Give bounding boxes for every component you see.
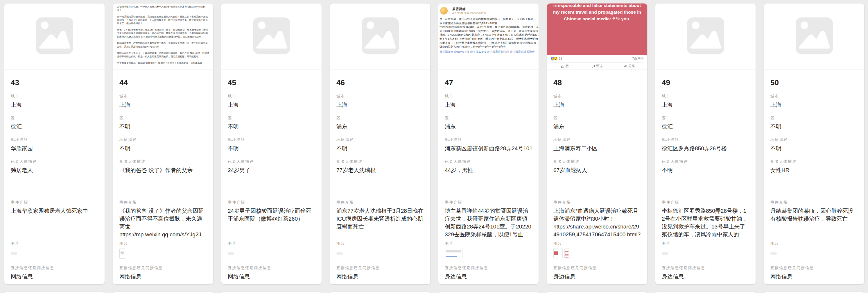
attachment-thumbnail-pill[interactable] bbox=[770, 252, 777, 255]
attachment-thumbnails bbox=[445, 248, 532, 259]
share-icon bbox=[624, 64, 627, 68]
field-label-direct: 直接信息还是间接信息 bbox=[336, 266, 424, 270]
card-body: 50 城市 上海 区 不明 地址描述 不明 死者大体描述 女性HR 事件介绍 丹… bbox=[764, 78, 864, 281]
field-value-address: 不明 bbox=[119, 144, 207, 152]
attachment-thumbnail-fb-lines[interactable] bbox=[564, 248, 569, 258]
card-body: 48 城市 上海 区 浦东 地址描述 上海浦东寿二小区 死者大体描述 67岁血透… bbox=[547, 78, 647, 281]
field-label-event: 事件介绍 bbox=[553, 200, 641, 205]
facebook-post-screenshot: irresponsible and false statements about… bbox=[547, 3, 647, 68]
attachment-thumbnail-fb-red[interactable] bbox=[553, 248, 558, 258]
field-value-district: 浦东 bbox=[553, 123, 641, 130]
record-card[interactable]: 49 城市 上海 区 徐汇 地址描述 徐汇区罗秀路850弄26号楼 死者大体描述… bbox=[655, 3, 755, 284]
field-value-direct: 网络信息 bbox=[336, 273, 424, 281]
field-label-city: 城市 bbox=[11, 94, 98, 98]
field-value-direct: 身边信息 bbox=[553, 273, 641, 281]
field-value-event: 浦东77岁老人沈瑞根于3月28日晚在ICU病房因长期未肾透析造成的心肌衰竭而死亡 bbox=[336, 207, 424, 238]
next-row-card-top bbox=[764, 292, 864, 293]
attachment-thumbnail-fb-thin[interactable] bbox=[560, 248, 563, 258]
attachment-thumbnail-doc[interactable] bbox=[119, 248, 125, 259]
card-body: 45 城市 上海 区 不明 地址描述 不明 死者大体描述 24岁男子 事件介绍 … bbox=[221, 78, 321, 281]
card-cover bbox=[221, 3, 321, 69]
field-label-deceased: 死者大体描述 bbox=[336, 159, 424, 164]
field-value-address: 不明 bbox=[336, 144, 424, 152]
attachment-thumbnails bbox=[11, 248, 98, 259]
attachment-thumbnail-pill[interactable] bbox=[11, 252, 17, 255]
record-card[interactable]: 45 城市 上海 区 不明 地址描述 不明 死者大体描述 24岁男子 事件介绍 … bbox=[221, 3, 321, 284]
field-value-direct: 身边信息 bbox=[662, 273, 749, 281]
record-card[interactable]: 46 城市 上海 区 浦东 地址描述 不明 死者大体描述 77岁老人沈瑞根 事件… bbox=[330, 3, 430, 284]
field-label-deceased: 死者大体描述 bbox=[445, 159, 532, 164]
field-value-direct: 网络信息 bbox=[228, 273, 315, 281]
attachment-thumbnails bbox=[553, 248, 641, 259]
field-label-event: 事件介绍 bbox=[445, 200, 532, 205]
record-card[interactable]: 人都没有这样的机会。一个病人需要几十个人的同时帮助和关怀才有可能获得一丝的机会！… bbox=[113, 3, 213, 284]
field-value-city: 上海 bbox=[770, 101, 858, 109]
record-card[interactable]: irresponsible and false statements about… bbox=[547, 3, 647, 284]
field-label-city: 城市 bbox=[228, 94, 315, 98]
field-value-city: 上海 bbox=[553, 101, 641, 109]
record-card[interactable]: 是一名志愿者，昨日我投入路浦西核酸检测的队伍，但是累了一天后晚上接到 我哥家住浦… bbox=[438, 3, 538, 284]
record-number: 47 bbox=[445, 78, 532, 87]
next-row-card-top bbox=[221, 292, 321, 293]
field-value-district: 浦东 bbox=[336, 123, 424, 130]
thumbs-up-icon bbox=[561, 64, 564, 68]
facebook-reaction-row: 👍 😲 19 7条评论 bbox=[547, 55, 647, 62]
field-label-deceased: 死者大体描述 bbox=[553, 159, 641, 164]
field-value-deceased: 《我的爸爸 没了》作者的父亲 bbox=[119, 166, 207, 193]
field-label-city: 城市 bbox=[336, 94, 424, 98]
field-label-address: 地址描述 bbox=[553, 138, 641, 142]
field-label-district: 区 bbox=[228, 116, 315, 120]
field-label-direct: 直接信息还是间接信息 bbox=[11, 266, 98, 270]
weibo-avatar bbox=[440, 7, 448, 14]
comment-button: 评论 bbox=[581, 64, 613, 68]
field-label-direct: 直接信息还是间接信息 bbox=[553, 266, 641, 270]
field-value-direct: 网络信息 bbox=[11, 273, 98, 281]
field-label-address: 地址描述 bbox=[336, 138, 424, 142]
attachment-thumbnail-pill[interactable] bbox=[336, 252, 343, 255]
attachment-thumbnail-pill[interactable] bbox=[228, 252, 234, 255]
field-label-district: 区 bbox=[11, 116, 98, 120]
weibo-mentions: @上海发布 @News上海 @上海12345 @上海市市民信箱 @上海市志愿者协… bbox=[439, 50, 538, 54]
record-card[interactable]: 43 城市 上海 区 徐汇 地址描述 华欣家园 死者大体描述 独居老人 事件介绍… bbox=[4, 3, 104, 284]
field-label-city: 城市 bbox=[662, 94, 749, 98]
weibo-post-text: 是一名志愿者，昨日我投入路浦西核酸检测的队伍，但是累了一天后晚上接到 我哥家住浦… bbox=[439, 17, 538, 49]
field-label-direct: 直接信息还是间接信息 bbox=[228, 266, 315, 270]
attachment-thumbnail-pill[interactable] bbox=[662, 252, 668, 255]
field-value-event: 博主茶香禅静44岁的堂哥因延误治疗去世：我哥哥家住浦东新区唐镇创新西路28弄24… bbox=[445, 207, 532, 238]
weibo-header: 茶香禅静 4-2 02:31 来自 iPhone客户端 bbox=[452, 7, 537, 15]
field-value-deceased: 67岁血透病人 bbox=[553, 166, 641, 193]
field-value-direct: 网络信息 bbox=[770, 273, 858, 281]
field-label-event: 事件介绍 bbox=[336, 200, 424, 205]
card-cover bbox=[764, 3, 864, 69]
field-value-address: 不明 bbox=[228, 144, 315, 152]
field-value-city: 上海 bbox=[11, 101, 98, 109]
attachment-thumbnails bbox=[228, 248, 315, 259]
attachment-thumbnail-shot[interactable] bbox=[445, 249, 462, 258]
field-label-district: 区 bbox=[553, 116, 641, 120]
field-value-deceased: 77岁老人沈瑞根 bbox=[336, 166, 424, 193]
card-body: 46 城市 上海 区 浦东 地址描述 不明 死者大体描述 77岁老人沈瑞根 事件… bbox=[330, 78, 430, 281]
field-label-event: 事件介绍 bbox=[228, 200, 315, 205]
next-row-card-top bbox=[655, 292, 755, 293]
field-label-event: 事件介绍 bbox=[770, 200, 858, 205]
field-label-deceased: 死者大体描述 bbox=[770, 159, 858, 164]
field-label-image: 图片 bbox=[11, 241, 98, 246]
field-label-address: 地址描述 bbox=[11, 138, 98, 142]
field-label-city: 城市 bbox=[119, 94, 207, 98]
record-number: 46 bbox=[336, 78, 424, 87]
attachment-thumbnails bbox=[770, 248, 858, 259]
field-label-image: 图片 bbox=[553, 241, 641, 246]
card-cover bbox=[4, 3, 104, 69]
field-value-district: 不明 bbox=[228, 123, 315, 130]
field-label-address: 地址描述 bbox=[662, 138, 749, 142]
cover-placeholder bbox=[330, 3, 430, 69]
field-label-deceased: 死者大体描述 bbox=[662, 159, 749, 164]
field-value-address: 浦东新区唐镇创新西路28弄24号101室 bbox=[445, 144, 532, 152]
facebook-action-bar: 赞 评论 bbox=[547, 62, 647, 68]
record-card[interactable]: 50 城市 上海 区 不明 地址描述 不明 死者大体描述 女性HR 事件介绍 丹… bbox=[764, 3, 864, 284]
field-value-deceased: 24岁男子 bbox=[228, 166, 315, 193]
wow-reaction-icon: 😲 bbox=[554, 57, 558, 60]
record-number: 49 bbox=[662, 78, 749, 87]
image-placeholder-icon bbox=[796, 18, 833, 55]
field-label-image: 图片 bbox=[770, 241, 858, 246]
